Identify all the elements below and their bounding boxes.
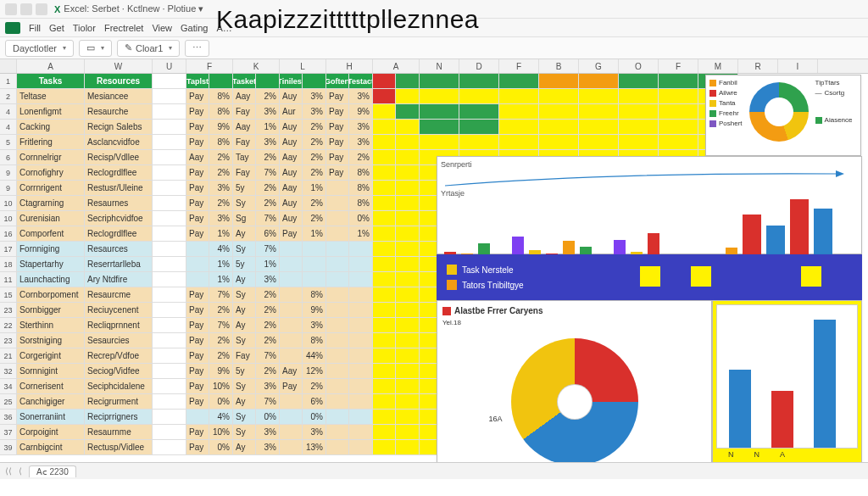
- cell[interactable]: [373, 165, 396, 181]
- cell[interactable]: [420, 120, 459, 135]
- cell[interactable]: [326, 181, 349, 196]
- cell[interactable]: [280, 287, 303, 303]
- cell[interactable]: Comporfent: [17, 226, 85, 242]
- cell[interactable]: [373, 303, 396, 318]
- cell[interactable]: Pay: [186, 440, 209, 455]
- cell[interactable]: [396, 333, 420, 348]
- cell[interactable]: [619, 120, 659, 135]
- cell[interactable]: Tasket: [233, 74, 256, 89]
- cell[interactable]: [349, 257, 373, 272]
- cell[interactable]: Aay: [280, 150, 303, 165]
- cell[interactable]: [326, 226, 349, 242]
- cell[interactable]: 3%: [256, 425, 280, 440]
- cell[interactable]: 3%: [349, 120, 373, 135]
- cell[interactable]: [373, 257, 396, 272]
- cell[interactable]: Seciphcidalene: [85, 379, 153, 394]
- cell[interactable]: [326, 394, 349, 410]
- cell[interactable]: [373, 120, 396, 135]
- cell[interactable]: Fay: [233, 165, 256, 181]
- menu-item[interactable]: Gating: [181, 23, 208, 33]
- col-header[interactable]: F: [499, 59, 539, 73]
- cell[interactable]: [499, 135, 539, 150]
- cell[interactable]: Teltase: [17, 89, 85, 104]
- cell[interactable]: 5y: [233, 257, 256, 272]
- cell[interactable]: 6%: [256, 226, 280, 242]
- cell[interactable]: [280, 394, 303, 410]
- cell[interactable]: [396, 303, 420, 318]
- cell[interactable]: Goftert: [326, 74, 349, 89]
- cell[interactable]: Fay: [233, 348, 256, 364]
- cell[interactable]: [659, 135, 698, 150]
- cell[interactable]: 11: [0, 272, 17, 287]
- cell[interactable]: Pay: [186, 120, 209, 135]
- cell[interactable]: [349, 333, 373, 348]
- cell[interactable]: Ay: [233, 303, 256, 318]
- cell[interactable]: 8%: [349, 165, 373, 181]
- cell[interactable]: 0%: [209, 394, 233, 410]
- cell[interactable]: 1%: [303, 181, 326, 196]
- cell[interactable]: 9%: [349, 104, 373, 120]
- cell[interactable]: [349, 287, 373, 303]
- cell[interactable]: Lonenfigmt: [17, 104, 85, 120]
- cell[interactable]: Cornborpoment: [17, 287, 85, 303]
- cell[interactable]: 1%: [256, 257, 280, 272]
- cell[interactable]: [373, 272, 396, 287]
- cell[interactable]: 2%: [256, 333, 280, 348]
- cell[interactable]: 1%: [303, 226, 326, 242]
- cell[interactable]: 34: [0, 379, 17, 394]
- cell[interactable]: Reclogrdlflee: [85, 226, 153, 242]
- cell[interactable]: [373, 181, 396, 196]
- cell[interactable]: [326, 333, 349, 348]
- cell[interactable]: 2%: [256, 89, 280, 104]
- cell[interactable]: [349, 303, 373, 318]
- cell[interactable]: [499, 120, 539, 135]
- cell[interactable]: Resaurces: [85, 242, 153, 257]
- cell[interactable]: 3%: [256, 135, 280, 150]
- cell[interactable]: 13%: [303, 440, 326, 455]
- cell[interactable]: [373, 379, 396, 394]
- cell[interactable]: [349, 440, 373, 455]
- cell[interactable]: [153, 74, 186, 89]
- cell[interactable]: Reciuycenent: [85, 303, 153, 318]
- cell[interactable]: 18: [0, 257, 17, 272]
- cell[interactable]: 8%: [349, 181, 373, 196]
- cell[interactable]: [326, 379, 349, 394]
- cell[interactable]: 1%: [349, 226, 373, 242]
- cell[interactable]: 6: [0, 150, 17, 165]
- cell[interactable]: [153, 318, 186, 333]
- cell[interactable]: 3%: [303, 318, 326, 333]
- cell[interactable]: Resaurnme: [85, 425, 153, 440]
- cell[interactable]: 2: [0, 89, 17, 104]
- cell[interactable]: [280, 348, 303, 364]
- cell[interactable]: 2%: [349, 150, 373, 165]
- cell[interactable]: Resaurche: [85, 104, 153, 120]
- cell[interactable]: [303, 272, 326, 287]
- cell[interactable]: [539, 74, 579, 89]
- cell[interactable]: Cornnelrigr: [17, 150, 85, 165]
- cell[interactable]: Sy: [233, 425, 256, 440]
- cell[interactable]: [153, 89, 186, 104]
- cell[interactable]: Recliqprnnent: [85, 318, 153, 333]
- cell[interactable]: [280, 242, 303, 257]
- cell[interactable]: 3%: [209, 181, 233, 196]
- cell[interactable]: 1: [0, 74, 17, 89]
- cell[interactable]: 9%: [303, 303, 326, 318]
- cell[interactable]: [326, 287, 349, 303]
- cell[interactable]: [396, 211, 420, 226]
- cell[interactable]: [396, 410, 420, 425]
- cell[interactable]: 2%: [209, 303, 233, 318]
- col-header[interactable]: B: [539, 59, 579, 73]
- cell[interactable]: [396, 120, 420, 135]
- cell[interactable]: Recisp/Vdllee: [85, 150, 153, 165]
- cell[interactable]: 7%: [256, 165, 280, 181]
- cell[interactable]: 2%: [209, 348, 233, 364]
- cell[interactable]: Aay: [186, 150, 209, 165]
- cell[interactable]: [153, 333, 186, 348]
- cell[interactable]: 2%: [209, 150, 233, 165]
- cell[interactable]: Fritlering: [17, 135, 85, 150]
- cell[interactable]: Pay: [186, 303, 209, 318]
- cell[interactable]: [326, 348, 349, 364]
- cell[interactable]: 7%: [209, 287, 233, 303]
- toolbar-more-button[interactable]: ⋯: [185, 40, 209, 57]
- cell[interactable]: Pay: [186, 287, 209, 303]
